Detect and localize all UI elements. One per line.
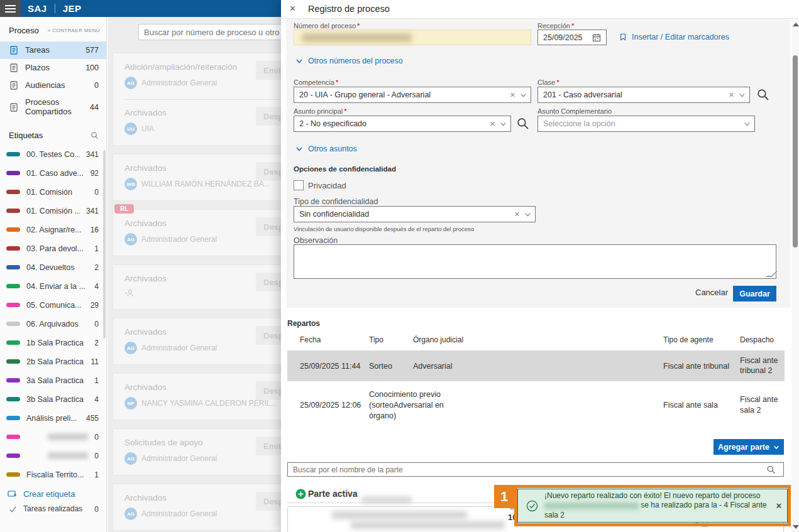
tag-color-pill [6, 246, 20, 251]
sidebar-nav-item[interactable]: Procesos Compartidos 44 [0, 94, 106, 121]
chevron-down-icon[interactable] [524, 211, 531, 218]
sidebar-nav-item[interactable]: Plazos 100 [0, 59, 106, 77]
tag-item[interactable]: 01. Caso adve... 92 [0, 164, 106, 183]
task-action-button[interactable]: Emitir [256, 437, 281, 455]
tag-item[interactable]: 3b Sala Practica 4 [0, 390, 106, 409]
tag-item[interactable]: 01. Comisión ... 341 [0, 202, 106, 220]
create-tag-button[interactable]: Crear etiqueta [0, 484, 106, 502]
tag-item[interactable]: 03. Para devol... 1 [0, 239, 106, 258]
task-card[interactable]: Archivados AG Administrador General Desp… [113, 318, 281, 365]
avatar: AG [124, 233, 137, 246]
tag-item[interactable]: Fiscalía Territo... 1 [0, 465, 106, 484]
search-tags-icon[interactable] [91, 131, 99, 139]
clear-icon[interactable]: ✕ [490, 120, 495, 128]
task-action-button[interactable]: Despachar [256, 492, 281, 511]
task-card[interactable]: RL Archivados AG Administrador General D… [113, 209, 281, 256]
task-action-button[interactable]: Emitir [256, 61, 281, 80]
chevron-down-icon[interactable] [520, 92, 527, 99]
chevron-down-icon[interactable] [744, 121, 751, 128]
task-card[interactable]: Archivados UU UIA Despachar [113, 99, 281, 146]
close-icon[interactable]: ✕ [289, 4, 296, 13]
asunto-principal-select[interactable]: 2 - No especificado ✕ [294, 116, 511, 132]
clase-select[interactable]: 201 - Caso adversarial ✕ [537, 87, 750, 103]
cell-tipo: Conocimiento previo (sorteoAdversarial e… [369, 389, 463, 421]
unassigned-user-icon [124, 288, 135, 298]
insertar-editar-marcadores-link[interactable]: Insertar / Editar marcadores [619, 33, 729, 41]
recepcion-input[interactable]: 25/09/2025 [537, 30, 607, 45]
numero-proceso-input[interactable] [294, 30, 531, 45]
task-card[interactable]: Archivados AG Administrador General Desp… [113, 484, 281, 531]
plus-circle-icon[interactable] [295, 489, 306, 499]
task-action-button[interactable]: Despachar [256, 107, 281, 126]
task-card[interactable]: Archivados WB WILLIAM RAMÓN HERNÁNDEZ BA… [113, 154, 281, 201]
hamburger-menu-icon[interactable] [0, 0, 21, 17]
tag-item[interactable]: 0 [0, 428, 106, 447]
task-card[interactable]: Adición/ampliación/reiteración AG Admini… [113, 53, 281, 100]
tag-item[interactable]: 2b Sala Practica 11 [0, 352, 106, 371]
asunto-search-icon[interactable] [516, 117, 529, 130]
privacidad-label[interactable]: Privacidad [308, 181, 346, 190]
parte-search-input[interactable] [287, 462, 784, 477]
scrollbar-thumb[interactable] [793, 55, 798, 247]
task-action-button[interactable]: Despachar [256, 326, 281, 345]
task-card[interactable]: Solicitudes de apoyo AG Administrador Ge… [113, 428, 281, 475]
task-action-button[interactable]: Despachar [256, 273, 281, 291]
clear-icon[interactable]: ✕ [729, 91, 734, 99]
scrollbar[interactable] [791, 19, 799, 532]
tag-item[interactable]: 00. Testes Co... 341 [0, 145, 106, 164]
sidebar-scrollbar[interactable] [103, 150, 106, 339]
sidebar-nav-item[interactable]: Audiencias 0 [0, 77, 106, 94]
privacidad-checkbox[interactable] [294, 180, 304, 190]
clase-search-icon[interactable] [756, 88, 769, 101]
tag-color-pill [6, 152, 20, 156]
process-search-input[interactable] [138, 24, 281, 40]
observacion-textarea[interactable] [294, 244, 776, 279]
chevron-down-icon[interactable] [500, 121, 507, 128]
recepcion-label: Recepción* [537, 22, 574, 30]
cancelar-button[interactable]: Cancelar [695, 288, 728, 297]
otros-numeros-toggle[interactable]: Otros números del proceso [295, 57, 403, 65]
asunto-complementario-select[interactable]: Seleccione la opción [537, 116, 755, 132]
app-window: SAJ JEP Proceso « CONTRAER MENÚ Tareas 5… [0, 0, 799, 532]
sidebar-nav-item[interactable]: Tareas 577 [0, 41, 106, 59]
tasks-done-item[interactable]: Tareas realizadas 0 [0, 502, 106, 514]
tag-item[interactable]: Análisis preli... 455 [0, 409, 106, 428]
tag-color-pill [6, 378, 20, 383]
collapse-menu-button[interactable]: « CONTRAER MENÚ [48, 28, 100, 33]
repartos-table: 25/09/2025 11:44 Sorteo Adversarial Fisc… [287, 350, 785, 429]
search-icon[interactable] [766, 465, 776, 474]
task-card[interactable]: Archivados NP NANCY YASMINA CALDERON PER… [113, 373, 281, 420]
vinculacion-note: Vinculación de usuario disponible despué… [294, 225, 474, 232]
task-action-button[interactable]: Despachar [256, 162, 281, 181]
tag-label: Análisis preli... [26, 414, 80, 423]
tag-item[interactable]: 1b Sala Practica 2 [0, 334, 106, 352]
guardar-button[interactable]: Guardar [733, 286, 776, 301]
task-action-button[interactable]: Despachar [256, 217, 281, 236]
tag-item[interactable]: 04. Devueltos 2 [0, 258, 106, 277]
competencia-select[interactable]: 20 - UIA - Grupo general - Adversarial ✕ [294, 87, 531, 103]
tipo-confidencialidad-select[interactable]: Sin confidencialidad ✕ [294, 206, 536, 222]
table-row[interactable]: 25/09/2025 12:06 Conocimiento previo (so… [287, 381, 785, 429]
chevron-down-icon[interactable] [739, 92, 746, 99]
calendar-icon[interactable] [592, 33, 601, 42]
close-icon[interactable]: ✕ [771, 501, 787, 511]
scroll-up-icon[interactable] [793, 23, 799, 26]
scroll-down-icon[interactable] [793, 525, 799, 529]
clear-icon[interactable]: ✕ [514, 210, 520, 219]
table-row[interactable]: 25/09/2025 11:44 Sorteo Adversarial Fisc… [287, 350, 785, 381]
tag-item[interactable]: 0 [0, 447, 106, 465]
task-action-button[interactable]: Despachar [256, 381, 281, 400]
tag-color-pill [6, 265, 20, 269]
tag-item[interactable]: 06. Arquivados 0 [0, 315, 106, 334]
clear-icon[interactable]: ✕ [510, 91, 515, 99]
tag-item[interactable]: 3a Sala Practica 1 [0, 371, 106, 390]
otros-asuntos-toggle[interactable]: Otros asuntos [295, 144, 357, 153]
tag-item[interactable]: 01. Comisión 0 [0, 183, 106, 202]
tag-item[interactable]: 02. Asignar/re... 16 [0, 220, 106, 239]
tag-item[interactable]: 04. Enviar a la ... 4 [0, 277, 106, 296]
tag-color-pill [6, 227, 20, 232]
agregar-parte-button[interactable]: Agregar parte [714, 439, 784, 455]
task-user-name: Administrador General [141, 79, 217, 87]
tag-item[interactable]: 05. Comunica... 29 [0, 296, 106, 315]
task-card[interactable]: Archivados Despachar [113, 264, 281, 310]
